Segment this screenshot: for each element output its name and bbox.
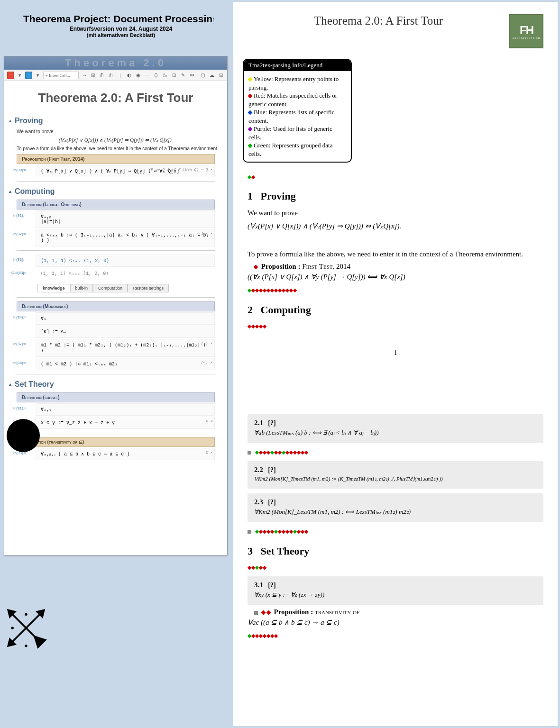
in83-cell[interactable]: ⟨1, 1, 1⟩ <ₗₑₓ ⟨1, 2, 0⟩	[36, 255, 215, 267]
in93-tag: ⊆ ✕	[206, 450, 212, 455]
tab-computation[interactable]: Computation	[93, 284, 128, 292]
tab-restore[interactable]: Restore settings	[128, 284, 169, 292]
grid-icon[interactable]: ⊡	[170, 72, 177, 79]
proving-text2: To prove a formula like the above, we ne…	[17, 146, 222, 151]
fh-logo: FH OBERÖSTERREICH	[509, 14, 543, 48]
in87-label: In[87]:=	[9, 342, 26, 346]
section-header-settheory[interactable]: Set Theory	[9, 380, 222, 389]
s22-formula: ∀Km2 (Mon[K]_TimesTM (m1, m2) := (K_Time…	[254, 476, 537, 482]
more-icon[interactable]: ⋯	[144, 72, 151, 79]
s22-num: 2.2	[254, 466, 263, 473]
s2-title: Computing	[261, 304, 311, 316]
in82-label: In[82]:=	[9, 232, 26, 236]
section-header-computing[interactable]: Computing	[9, 187, 222, 196]
tree-icon[interactable]: ⫚	[99, 72, 106, 79]
pipe-icon[interactable]: |	[117, 72, 124, 79]
s1-formula1: (∀ₓ(P[x] ∨ Q[x])) ∧ (∀ᵧ(P[y] ⇒ Q[y])) ⇔ …	[248, 222, 543, 230]
legend-item-blue: Blue: Represents lists of specific conte…	[248, 108, 346, 125]
in87-content: m1 * m2 := ⟨ m1₁ * m2₁, ⟨ (m1₂)ᵢ + (m2₂)…	[41, 343, 206, 354]
s21-formula: ∀ab (LessTMₗₑₓ (a) b : ⟺ ∃ (aᵢ < bᵢ ∧ ∀ …	[254, 429, 537, 437]
proving-text1: We want to prove	[17, 129, 222, 134]
svg-point-8	[25, 613, 27, 616]
header-subtitle2: (mit alternativem Deckblatt)	[9, 32, 232, 38]
definition-subset-header: Definition (subset)	[17, 392, 215, 402]
divider	[17, 433, 215, 433]
in84-content: ∀ₓ	[41, 316, 46, 321]
menu-icon[interactable]	[7, 72, 14, 79]
section1-heading: 1 Proving	[248, 190, 543, 202]
out83-cell: ⟨1, 1, 1⟩ <ₗₑₓ ⟨1, 2, 0⟩	[36, 268, 215, 279]
dots-21	[248, 448, 543, 456]
legend-item-green: Green: Represents grouped data cells.	[248, 141, 346, 158]
proving-formula1: (∀ₓ(P[x] ∨ Q[x])) ∧ (∀ᵧ(P[y] ⇒ Q[y])) ⇔ …	[9, 137, 222, 143]
in80-cell[interactable]: ( ∀ₓ P[x] ∨ Q[x] ) ∧ ( ∀ᵧ P[y] ⇒ Q[y] ) …	[36, 165, 215, 177]
computation-tabs: knowledge built-in Computation Restore s…	[37, 284, 194, 292]
in84-label: In[84]:=	[9, 315, 26, 319]
subsection-2-1: 2.1 [?] ∀ab (LessTMₗₑₓ (a) b : ⟺ ∃ (aᵢ <…	[248, 414, 543, 443]
chat-icon[interactable]: ▢	[199, 72, 206, 79]
in88-cell[interactable]: ( m1 < m2 ) :⇔ m1₂ <ₗₑₓ m2₂(<) ✕	[36, 358, 215, 370]
in91-content: ∀ₓ,ᵧ	[41, 407, 51, 412]
divider	[17, 374, 215, 374]
legend-box: Tma2tex-parsing Info/Legend Yellow: Repr…	[243, 59, 352, 163]
s23-title: [?]	[268, 499, 275, 506]
tree2-icon[interactable]: ⫛	[108, 72, 115, 79]
in82-cell[interactable]: a <ₗₑₓ b :⇔ ( ∃ᵢ₌₁,...,|a| aᵢ < bᵢ ∧ ( ∀…	[36, 229, 215, 246]
s23-num: 2.3	[254, 498, 263, 506]
edit-icon[interactable]: ✎	[179, 72, 186, 79]
subsection-2-3: 2.3 [?] ∀Km2 (Mon[K]_LessTM (m1, m2) : ⟺…	[248, 493, 543, 522]
in81-label: In[81]:=	[9, 213, 26, 218]
menu2-icon[interactable]	[25, 72, 32, 79]
table-icon[interactable]: ⊞	[90, 72, 97, 79]
header-subtitle1: Entwurfsversion vom 24. August 2024	[9, 26, 232, 32]
svg-line-0	[11, 613, 27, 628]
in85-cell[interactable]: [K] := Δₘ	[36, 326, 215, 338]
brackets-icon[interactable]: ⟨⟩	[153, 72, 160, 79]
in93-cell[interactable]: ∀ₐ,ᵦ,꜀ ( a ⊆ b ∧ b ⊆ c ⇒ a ⊆ c )⊆ ✕	[36, 448, 215, 460]
output-header: Theorema 2.0: A First Tour FH OBERÖSTERR…	[233, 2, 558, 53]
arrows-icon	[5, 607, 47, 649]
notebook-body: Theorema 2.0: A First Tour Proving We wa…	[4, 81, 227, 555]
section-header-proving[interactable]: Proving	[9, 117, 222, 125]
dots-intro	[248, 172, 543, 181]
insert-cell-dropdown[interactable]: + Insert Cell...	[43, 72, 79, 79]
tab-builtin[interactable]: built-in	[70, 284, 93, 292]
indent-icon[interactable]: ⇥	[81, 72, 88, 79]
in92-tag: ⊆ ✕	[206, 419, 212, 423]
in91-cell[interactable]: ∀ₓ,ᵧ	[36, 403, 215, 416]
svg-point-10	[25, 645, 27, 647]
fx-icon[interactable]: fₓ	[162, 72, 169, 79]
in81-cell[interactable]: ∀ₐ,ᵦ |a|=|b|	[36, 210, 215, 228]
dots-s1	[248, 286, 543, 294]
target-icon[interactable]: ◉	[135, 72, 142, 79]
section3-heading: 3 Set Theory	[248, 545, 543, 557]
in92-cell[interactable]: x ⊆ y := ∀_z z ∈ x ⇒ z ∈ y⊆ ✕	[36, 417, 215, 429]
s21-num: 2.1	[254, 419, 263, 427]
in87-cell[interactable]: m1 * m2 := ⟨ m1₁ * m2₁, ⟨ (m1₂)ᵢ + (m2₂)…	[36, 339, 215, 357]
cloud-icon[interactable]: ☁	[208, 72, 215, 79]
tab-knowledge[interactable]: knowledge	[37, 284, 70, 292]
in84-cell[interactable]: ∀ₓ	[36, 312, 215, 325]
section-settheory: Set Theory Definition (subset) In[91]:= …	[9, 380, 222, 460]
dropdown-icon[interactable]: ▾	[16, 72, 23, 79]
link-icon[interactable]: ⚯	[188, 72, 195, 79]
legend-body: Yellow: Represents entry points to parsi…	[244, 71, 351, 162]
dots-23	[248, 527, 543, 536]
dropdown2-icon[interactable]: ▾	[34, 72, 41, 79]
dots-s3	[248, 563, 543, 572]
in80-label: In[80]:=	[9, 168, 26, 172]
legend-text-green: Green: Represents grouped data cells.	[248, 142, 332, 157]
s31-num: 3.1	[254, 581, 263, 589]
menu3-icon[interactable]: ⊟	[217, 72, 224, 79]
notebook-window: Theorema 2.0 ▾ ▾ + Insert Cell... ⇥ ⊞ ⫚ …	[4, 56, 228, 555]
slider-icon[interactable]: ◐	[126, 72, 133, 79]
s3-prop: Proposition : transitivity of	[254, 608, 543, 616]
s3-title: Set Theory	[261, 545, 310, 557]
header-title: Theorema Project: Document Processing	[9, 13, 232, 25]
in87-tag: (·) ✕	[201, 341, 212, 346]
page-number: 1	[248, 349, 543, 357]
in83-content: ⟨1, 1, 1⟩ <ₗₑₓ ⟨1, 2, 0⟩	[41, 258, 109, 264]
subsection-2-2: 2.2 [?] ∀Km2 (Mon[K]_TimesTM (m1, m2) :=…	[248, 461, 543, 489]
legend-text-yellow: Yellow: Represents entry points to parsi…	[248, 75, 339, 91]
in82-content: a <ₗₑₓ b :⇔ ( ∃ᵢ₌₁,...,|a| aᵢ < bᵢ ∧ ( ∀…	[41, 233, 209, 243]
